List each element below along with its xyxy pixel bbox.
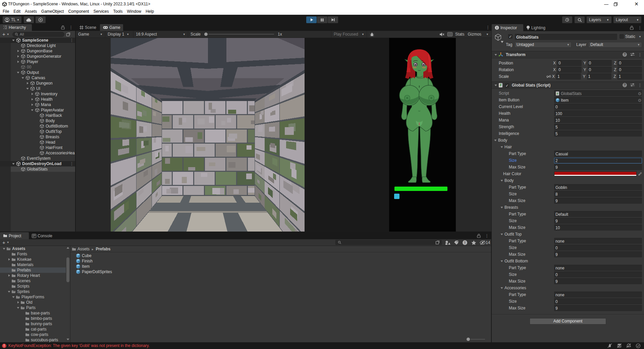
svg-text:#: # (500, 83, 502, 87)
svg-text:#: # (556, 92, 558, 95)
